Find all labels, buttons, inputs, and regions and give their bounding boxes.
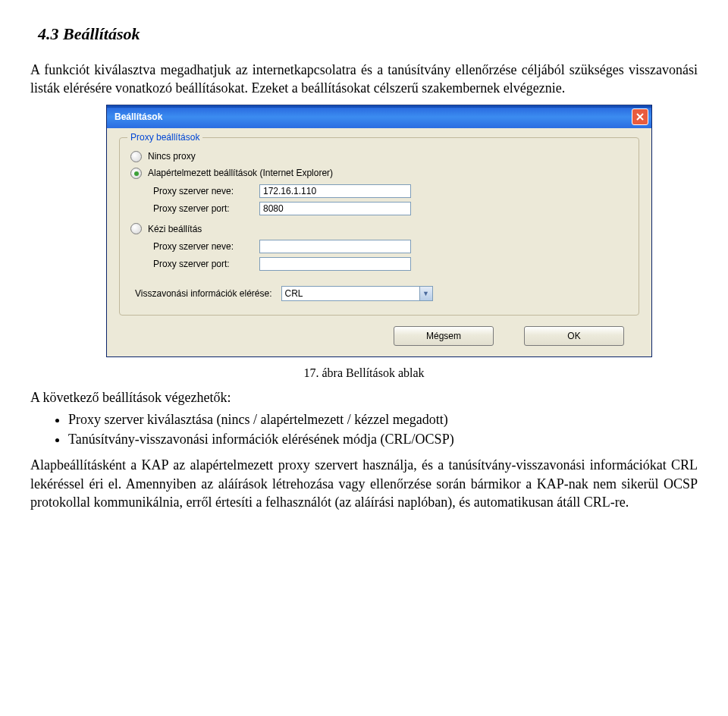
radio-icon: [130, 151, 142, 162]
dialog-screenshot: Beállítások Proxy beállítások Nincs prox…: [106, 105, 652, 357]
proxy-port-manual-input[interactable]: [259, 257, 411, 271]
dialog-button-row: Mégsem OK: [119, 326, 639, 346]
settings-dialog: Beállítások Proxy beállítások Nincs prox…: [106, 105, 652, 357]
radio-icon: [130, 223, 142, 234]
revocation-label: Visszavonási információk elérése:: [135, 287, 272, 300]
cancel-button[interactable]: Mégsem: [394, 326, 494, 346]
paragraph-intro: A funkciót kiválasztva megadhatjuk az in…: [30, 61, 698, 98]
radio-default-proxy[interactable]: Alapértelmezett beállítások (Internet Ex…: [130, 167, 628, 179]
proxy-groupbox: Proxy beállítások Nincs proxy Alapértelm…: [119, 137, 639, 316]
paragraph-list-intro: A következő beállítások végezhetők:: [30, 388, 698, 407]
radio-icon: [130, 168, 142, 179]
figure-caption: 17. ábra Bellítások ablak: [30, 365, 698, 382]
radio-manual-proxy[interactable]: Kézi beállítás: [130, 223, 628, 235]
list-item: Proxy szerver kiválasztása (nincs / alap…: [68, 410, 698, 429]
field-label: Proxy szerver neve:: [153, 240, 252, 253]
radio-label: Kézi beállítás: [148, 223, 202, 235]
radio-no-proxy[interactable]: Nincs proxy: [130, 150, 628, 162]
revocation-row: Visszavonási információk elérése: CRL ▼: [135, 286, 628, 301]
paragraph-footer: Alapbeállításként a KAP az alapértelmeze…: [30, 456, 698, 511]
close-button[interactable]: [632, 108, 648, 125]
dialog-body: Proxy beállítások Nincs proxy Alapértelm…: [107, 128, 651, 356]
field-label: Proxy szerver neve:: [153, 185, 252, 197]
list-item: Tanúsítvány-visszavonási információk elé…: [68, 430, 698, 448]
proxy-name-manual-input[interactable]: [259, 240, 411, 253]
proxy-name-input[interactable]: [259, 184, 411, 198]
field-label: Proxy szerver port:: [153, 203, 252, 215]
section-heading: 4.3 Beállítások: [38, 23, 698, 46]
field-proxy-port: Proxy szerver port:: [153, 202, 628, 215]
titlebar: Beállítások: [107, 105, 651, 128]
chevron-down-icon: ▼: [419, 287, 432, 300]
bullet-list: Proxy szerver kiválasztása (nincs / alap…: [30, 410, 698, 449]
ok-button[interactable]: OK: [524, 326, 624, 346]
field-proxy-name: Proxy szerver neve:: [153, 184, 628, 198]
field-proxy-port-manual: Proxy szerver port:: [153, 257, 628, 271]
field-label: Proxy szerver port:: [153, 258, 252, 270]
dialog-title: Beállítások: [115, 111, 162, 123]
field-proxy-name-manual: Proxy szerver neve:: [153, 240, 628, 253]
radio-label: Nincs proxy: [148, 150, 196, 162]
dropdown-value: CRL: [282, 287, 419, 300]
proxy-port-input[interactable]: [259, 202, 411, 215]
close-icon: [636, 113, 644, 121]
groupbox-legend: Proxy beállítások: [127, 131, 202, 143]
radio-label: Alapértelmezett beállítások (Internet Ex…: [148, 167, 333, 179]
revocation-dropdown[interactable]: CRL ▼: [281, 286, 433, 301]
